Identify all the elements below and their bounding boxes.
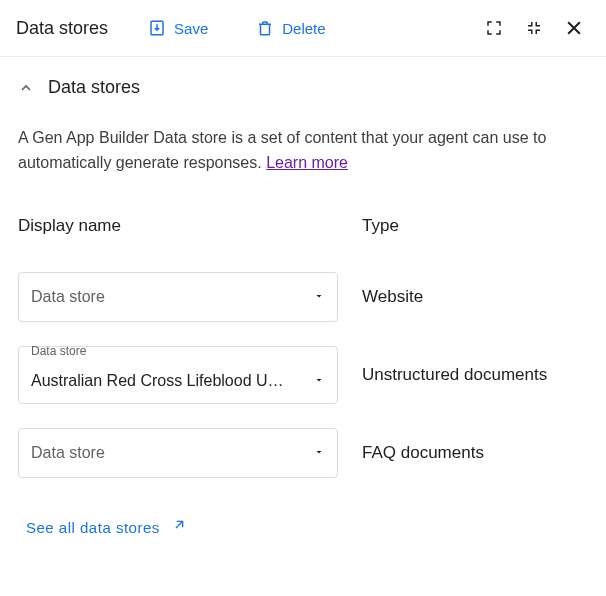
data-store-dropdown-unstructured[interactable]: Data store Australian Red Cross Lifebloo… bbox=[18, 346, 338, 404]
dropdown-floating-label: Data store bbox=[31, 345, 86, 357]
type-header: Type bbox=[362, 216, 588, 236]
data-stores-section: Data stores A Gen App Builder Data store… bbox=[0, 57, 606, 557]
data-store-row: Data store FAQ documents bbox=[18, 428, 588, 478]
dropdown-value: Australian Red Cross Lifeblood U… bbox=[31, 372, 284, 390]
dropdown-placeholder: Data store bbox=[31, 444, 105, 462]
data-store-row: Data store Website bbox=[18, 272, 588, 322]
external-link-icon bbox=[170, 518, 186, 537]
see-all-data-stores-link[interactable]: See all data stores bbox=[26, 518, 186, 537]
delete-button-label: Delete bbox=[282, 20, 325, 37]
caret-down-icon bbox=[313, 372, 325, 390]
type-faq: FAQ documents bbox=[362, 441, 484, 465]
column-headers: Display name Type bbox=[18, 216, 588, 272]
save-icon bbox=[148, 19, 166, 37]
section-title: Data stores bbox=[48, 77, 140, 98]
close-button[interactable] bbox=[558, 12, 590, 44]
fullscreen-exit-button[interactable] bbox=[518, 12, 550, 44]
fullscreen-enter-icon bbox=[485, 19, 503, 37]
save-button-label: Save bbox=[174, 20, 208, 37]
delete-button[interactable]: Delete bbox=[248, 15, 333, 41]
save-button[interactable]: Save bbox=[140, 15, 216, 41]
panel-header: Data stores Save Delete bbox=[0, 0, 606, 57]
chevron-up-icon bbox=[18, 80, 34, 96]
section-toggle[interactable]: Data stores bbox=[18, 77, 588, 98]
trash-icon bbox=[256, 19, 274, 37]
learn-more-link[interactable]: Learn more bbox=[266, 154, 348, 171]
fullscreen-enter-button[interactable] bbox=[478, 12, 510, 44]
close-icon bbox=[564, 18, 584, 38]
caret-down-icon bbox=[313, 444, 325, 462]
data-store-row: Data store Australian Red Cross Lifebloo… bbox=[18, 346, 588, 404]
data-store-dropdown-faq[interactable]: Data store bbox=[18, 428, 338, 478]
type-website: Website bbox=[362, 285, 423, 309]
display-name-header: Display name bbox=[18, 216, 338, 236]
page-title: Data stores bbox=[16, 18, 108, 39]
data-store-dropdown-website[interactable]: Data store bbox=[18, 272, 338, 322]
caret-down-icon bbox=[313, 288, 325, 306]
dropdown-placeholder: Data store bbox=[31, 288, 105, 306]
type-unstructured: Unstructured documents bbox=[362, 363, 547, 387]
see-all-label: See all data stores bbox=[26, 519, 160, 536]
section-description: A Gen App Builder Data store is a set of… bbox=[18, 126, 578, 176]
fullscreen-exit-icon bbox=[525, 19, 543, 37]
